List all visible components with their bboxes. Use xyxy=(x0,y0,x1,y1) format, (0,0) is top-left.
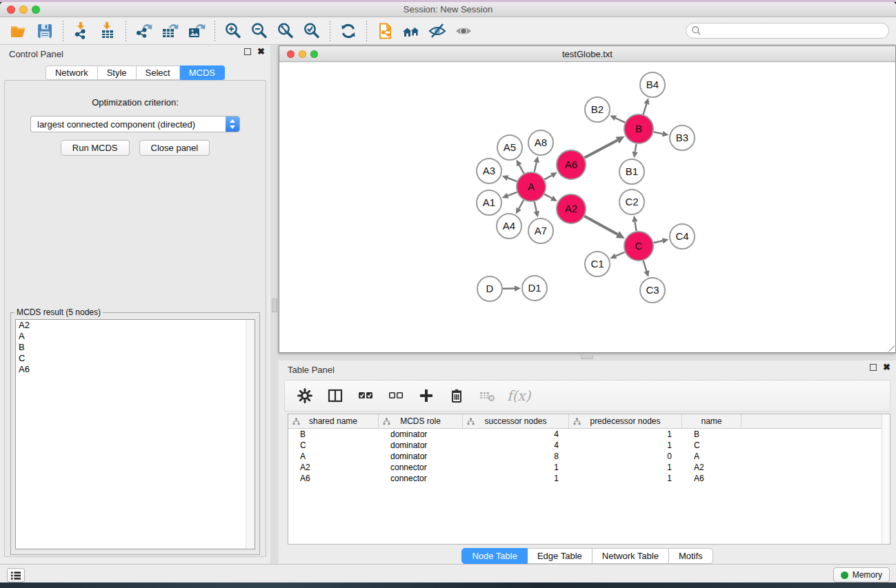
table-cell[interactable]: 1 xyxy=(569,462,682,473)
task-history-button[interactable] xyxy=(7,568,25,582)
import-table-icon[interactable] xyxy=(94,19,121,43)
column-header-successor-nodes[interactable]: successor nodes xyxy=(463,414,569,428)
window-resize-grip[interactable] xyxy=(888,345,895,352)
zoom-selected-icon[interactable] xyxy=(299,19,325,43)
open-file-icon[interactable] xyxy=(6,19,32,43)
table-cell[interactable]: 1 xyxy=(463,473,569,484)
table-cell[interactable]: B xyxy=(288,429,379,440)
tab-style[interactable]: Style xyxy=(98,65,137,80)
column-header-MCDS-role[interactable]: MCDS role xyxy=(379,414,463,428)
table-cell[interactable]: 1 xyxy=(569,440,682,451)
table-cell[interactable]: A2 xyxy=(682,462,741,473)
table-row[interactable]: Bdominator41B xyxy=(288,429,890,440)
close-panel-icon[interactable]: ✖ xyxy=(257,48,265,55)
refresh-icon[interactable] xyxy=(335,19,361,43)
table-cell[interactable]: dominator xyxy=(379,451,463,462)
home-icon[interactable] xyxy=(398,19,424,43)
tab-edge-table[interactable]: Edge Table xyxy=(528,548,593,564)
table-cell[interactable]: C xyxy=(288,440,379,451)
table-cell[interactable]: 4 xyxy=(463,440,569,451)
result-list-item[interactable]: A6 xyxy=(16,364,255,375)
network-canvas[interactable]: B4B2BB3A8A5A6A3B1AC2A1A2A4A7C4CC1DD1C3 xyxy=(279,62,895,352)
select-all-icon[interactable] xyxy=(355,385,376,406)
add-column-icon[interactable] xyxy=(416,385,437,406)
table-cell[interactable]: A xyxy=(288,451,379,462)
edge-C-C2[interactable] xyxy=(635,222,636,232)
table-cell[interactable]: dominator xyxy=(379,429,463,440)
edge-B-B2[interactable] xyxy=(615,118,625,122)
table-scrollbar[interactable] xyxy=(882,414,890,544)
table-cell[interactable]: 0 xyxy=(569,451,682,462)
table-cell[interactable]: 1 xyxy=(569,473,682,484)
table-cell[interactable]: A6 xyxy=(288,473,379,484)
tab-motifs[interactable]: Motifs xyxy=(669,548,713,564)
table-row[interactable]: Adominator80A xyxy=(288,451,890,462)
table-cell[interactable]: 1 xyxy=(569,429,682,440)
show-graphics-icon[interactable] xyxy=(450,19,477,43)
result-list-item[interactable]: B xyxy=(16,342,255,353)
new-session-icon[interactable] xyxy=(372,19,398,43)
table-cell[interactable]: 1 xyxy=(463,462,569,473)
export-image-icon[interactable] xyxy=(183,19,210,43)
table-row[interactable]: A6connector11A6 xyxy=(288,473,890,484)
tab-network[interactable]: Network xyxy=(46,65,98,80)
zoom-in-icon[interactable] xyxy=(220,19,246,43)
tab-mcds[interactable]: MCDS xyxy=(180,65,225,80)
memory-button[interactable]: Memory xyxy=(833,567,890,582)
mcds-result-list[interactable]: A2ABCA6 xyxy=(15,319,255,549)
table-cell[interactable]: connector xyxy=(379,462,463,473)
edge-A-A1[interactable] xyxy=(508,192,517,196)
table-row[interactable]: A2connector11A2 xyxy=(288,462,890,473)
column-header-name[interactable]: name xyxy=(682,414,741,428)
delete-columns-icon[interactable] xyxy=(446,385,467,406)
float-table-panel-icon[interactable] xyxy=(870,364,877,371)
table-options-gear-icon[interactable] xyxy=(295,385,315,406)
edge-A-A7[interactable] xyxy=(535,201,537,211)
edge-C-C4[interactable] xyxy=(653,241,662,243)
close-table-panel-icon[interactable]: ✖ xyxy=(883,364,890,371)
table-cell[interactable]: connector xyxy=(379,473,463,484)
edge-A-A4[interactable] xyxy=(519,200,524,209)
result-list-item[interactable]: A2 xyxy=(16,320,255,331)
run-mcds-button[interactable]: Run MCDS xyxy=(61,140,130,156)
tab-node-table[interactable]: Node Table xyxy=(461,548,528,564)
export-table-icon[interactable] xyxy=(157,19,183,43)
export-network-icon[interactable] xyxy=(131,19,157,43)
result-list-item[interactable]: C xyxy=(16,353,255,364)
table-cell[interactable]: 4 xyxy=(463,429,569,440)
tab-select[interactable]: Select xyxy=(137,65,180,80)
table-cell[interactable]: dominator xyxy=(379,440,463,451)
edge-A2-C[interactable] xyxy=(584,216,617,234)
tab-network-table[interactable]: Network Table xyxy=(593,548,669,564)
search-field[interactable] xyxy=(686,23,889,39)
zoom-out-icon[interactable] xyxy=(246,19,272,43)
table-cell[interactable]: B xyxy=(682,429,741,440)
horizontal-splitter-handle[interactable] xyxy=(581,354,593,359)
result-list-item[interactable]: A xyxy=(16,331,255,342)
table-cell[interactable]: A2 xyxy=(288,462,379,473)
table-cell[interactable]: C xyxy=(682,440,741,451)
edge-B-B3[interactable] xyxy=(654,132,663,134)
table-row[interactable]: Cdominator41C xyxy=(288,440,890,451)
import-network-icon[interactable] xyxy=(68,19,94,43)
table-cell[interactable]: A xyxy=(682,451,741,462)
table-cell[interactable]: 8 xyxy=(463,451,569,462)
vertical-splitter-handle[interactable] xyxy=(272,298,277,312)
zoom-fit-icon[interactable] xyxy=(272,19,299,43)
column-header-shared-name[interactable]: shared name xyxy=(288,414,379,428)
result-list-scrollbar[interactable] xyxy=(246,320,255,549)
deselect-all-icon[interactable] xyxy=(386,385,406,406)
edge-B-B1[interactable] xyxy=(635,144,637,152)
hide-graphics-icon[interactable] xyxy=(424,19,450,43)
edge-A-A2[interactable] xyxy=(544,194,552,199)
edge-A-A3[interactable] xyxy=(508,178,517,181)
optimization-criterion-select[interactable]: largest connected component (directed) xyxy=(30,116,240,132)
edge-A-A8[interactable] xyxy=(535,162,537,172)
save-session-icon[interactable] xyxy=(32,19,58,43)
edge-B-B4[interactable] xyxy=(644,104,647,114)
close-panel-button[interactable]: Close panel xyxy=(139,140,210,156)
edge-A-A5[interactable] xyxy=(519,165,524,173)
column-header-predecessor-nodes[interactable]: predecessor nodes xyxy=(569,414,682,428)
show-columns-icon[interactable] xyxy=(325,385,346,406)
edge-C-C3[interactable] xyxy=(644,261,647,271)
